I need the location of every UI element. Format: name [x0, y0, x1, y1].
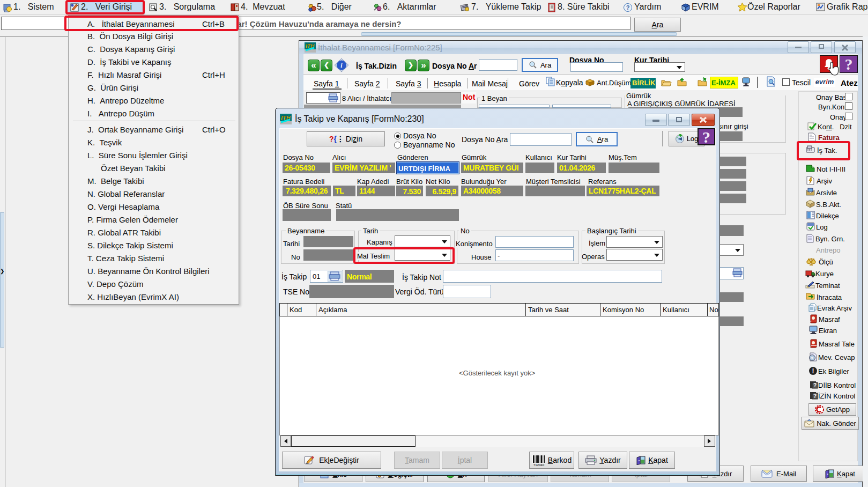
svg-text:?: ? [626, 4, 630, 11]
svg-text:?: ? [813, 393, 817, 399]
svg-text:?: ? [813, 382, 817, 388]
svg-text:!: ! [812, 367, 814, 375]
svg-text:712040: 712040 [533, 463, 545, 466]
